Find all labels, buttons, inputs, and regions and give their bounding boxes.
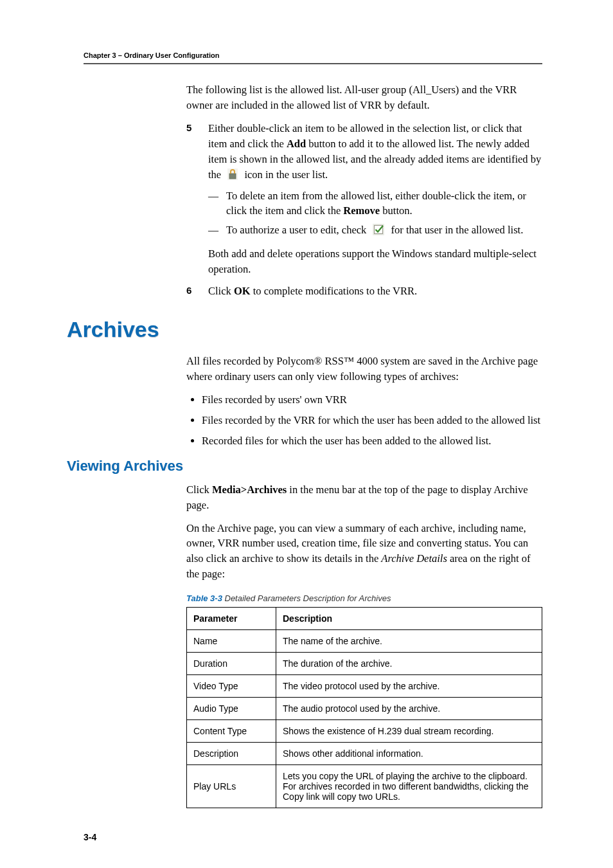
param-cell: Video Type — [187, 675, 276, 698]
text: to complete modifications to the VRR. — [251, 285, 418, 297]
table-row: Duration The duration of the archive. — [187, 653, 542, 675]
step-body: Either double-click an item to be allowe… — [208, 121, 542, 277]
caption-text: Detailed Parameters Description for Arch… — [222, 593, 391, 603]
step-6: 6 Click OK to complete modifications to … — [186, 284, 542, 299]
desc-cell: The video protocol used by the archive. — [276, 675, 542, 698]
archives-heading: Archives — [67, 317, 542, 342]
list-item: Recorded files for which the user has be… — [202, 433, 542, 449]
table-row: Audio Type The audio protocol used by th… — [187, 698, 542, 720]
table-caption: Table 3-3 Detailed Parameters Descriptio… — [186, 593, 542, 603]
text: icon in the user list. — [244, 168, 328, 181]
desc-cell: Shows the existence of H.239 dual stream… — [276, 720, 542, 743]
viewing-p1: Click Media>Archives in the menu bar at … — [186, 482, 542, 513]
page-number: 3-4 — [84, 832, 96, 842]
archives-bullets: Files recorded by users' own VRR Files r… — [186, 392, 542, 449]
content-column: The following list is the allowed list. … — [186, 82, 542, 299]
dash-bullet: — — [208, 188, 226, 203]
archives-intro: All files recorded by Polycom® RSS™ 4000… — [186, 354, 542, 384]
desc-cell: The name of the archive. — [276, 630, 542, 653]
text: Click — [186, 484, 212, 496]
param-cell: Name — [187, 630, 276, 653]
remove-bold: Remove — [343, 204, 380, 217]
table-row: Video Type The video protocol used by th… — [187, 675, 542, 698]
step5-tail: Both add and delete operations support t… — [208, 246, 542, 277]
chapter-header: Chapter 3 – Ordinary User Configuration — [84, 51, 542, 59]
substep-body: To authorize a user to edit, check for t… — [226, 222, 542, 240]
list-item: Files recorded by users' own VRR — [202, 392, 542, 408]
step-body: Click OK to complete modifications to th… — [208, 284, 542, 299]
text: for that user in the allowed list. — [391, 224, 524, 236]
ok-bold: OK — [234, 285, 251, 297]
header-parameter: Parameter — [187, 608, 276, 630]
menu-path-bold: Media>Archives — [212, 484, 287, 496]
table-row: Name The name of the archive. — [187, 630, 542, 653]
table-header-row: Parameter Description — [187, 608, 542, 630]
viewing-content: Click Media>Archives in the menu bar at … — [186, 482, 542, 809]
substep: — To delete an item from the allowed lis… — [208, 188, 542, 219]
viewing-archives-heading: Viewing Archives — [67, 458, 542, 475]
lock-icon — [227, 168, 238, 185]
list-item: Files recorded by the VRR for which the … — [202, 413, 542, 428]
substep-body: To delete an item from the allowed list,… — [226, 188, 542, 219]
viewing-p2: On the Archive page, you can view a summ… — [186, 521, 542, 583]
param-cell: Description — [187, 743, 276, 765]
document-page: Chapter 3 – Ordinary User Configuration … — [0, 0, 613, 868]
param-cell: Content Type — [187, 720, 276, 743]
checkbox-icon — [373, 224, 384, 240]
text: button. — [380, 204, 412, 217]
step-5: 5 Either double-click an item to be allo… — [186, 121, 542, 277]
table-row: Description Shows other additional infor… — [187, 743, 542, 765]
svg-rect-1 — [229, 174, 236, 179]
table-row: Content Type Shows the existence of H.23… — [187, 720, 542, 743]
param-cell: Audio Type — [187, 698, 276, 720]
step-number: 6 — [186, 285, 208, 296]
text: Click — [208, 285, 234, 297]
desc-cell: The duration of the archive. — [276, 653, 542, 675]
header-description: Description — [276, 608, 542, 630]
desc-cell: Lets you copy the URL of playing the arc… — [276, 765, 542, 808]
desc-cell: The audio protocol used by the archive. — [276, 698, 542, 720]
table-row: Play URLs Lets you copy the URL of playi… — [187, 765, 542, 808]
param-cell: Play URLs — [187, 765, 276, 808]
substep: — To authorize a user to edit, check for… — [208, 222, 542, 240]
dash-bullet: — — [208, 222, 226, 237]
archive-details-italic: Archive Details — [381, 552, 447, 565]
text: To authorize a user to edit, check — [226, 224, 369, 236]
parameters-table: Parameter Description Name The name of t… — [186, 607, 542, 808]
step-number: 5 — [186, 122, 208, 133]
param-cell: Duration — [187, 653, 276, 675]
caption-label: Table 3-3 — [186, 593, 222, 603]
archives-content: All files recorded by Polycom® RSS™ 4000… — [186, 354, 542, 449]
intro-paragraph: The following list is the allowed list. … — [186, 82, 542, 113]
add-bold: Add — [287, 138, 306, 150]
header-rule — [84, 63, 542, 64]
desc-cell: Shows other additional information. — [276, 743, 542, 765]
